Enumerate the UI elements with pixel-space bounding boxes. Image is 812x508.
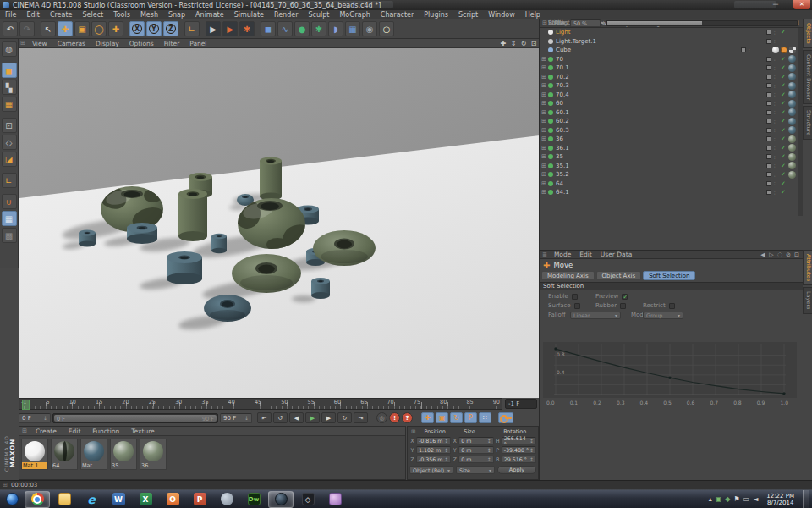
chrome-icon[interactable] [25,491,50,508]
word-icon[interactable]: W [106,491,131,508]
add-light-icon[interactable]: ○ [379,21,394,36]
viewport-canvas[interactable] [19,48,540,398]
material-preview-sphere[interactable] [25,441,45,461]
scale-tool-icon[interactable]: ▣ [74,21,90,36]
material-thumbnail[interactable] [788,100,796,108]
visibility-toggle-icon[interactable]: ∶ [774,119,779,124]
add-cube-icon[interactable]: ◼ [261,21,276,36]
visibility-toggle-icon[interactable]: ∶ [774,180,779,186]
layer-icon[interactable] [766,101,771,106]
expand-icon[interactable]: ⊞ [541,109,548,116]
texture-tag-icon[interactable] [772,47,779,53]
object-name[interactable]: Light.Target.1 [556,38,766,45]
points-mode-icon[interactable]: ⊡ [2,118,17,133]
zoom-view-icon[interactable]: ⇕ [508,40,518,47]
bead-torus-slate-bottom[interactable] [204,295,251,322]
rotation-field[interactable]: -39.488 °↕ [502,446,536,454]
material-preview-sphere[interactable] [54,441,74,461]
bead-torus-olive-right[interactable] [313,230,376,266]
previous-frame-button[interactable]: ◀ [289,412,304,423]
material-thumbnail[interactable] [788,91,796,98]
material-thumbnail[interactable] [788,162,796,169]
locked-workplane-icon[interactable]: ▩ [2,228,17,243]
object-name[interactable]: 60.2 [556,118,766,124]
object-name[interactable]: 70.4 [556,91,766,98]
visibility-toggle-icon[interactable]: ∶ [774,56,779,62]
viewport-menu-item[interactable]: Filter [159,40,185,47]
spinner-icon[interactable]: ↕ [529,438,534,444]
spinner-icon[interactable]: ↕ [487,456,491,462]
volume-icon[interactable]: ◄ [753,495,758,503]
layer-icon[interactable] [766,92,771,97]
layer-icon[interactable] [766,128,771,133]
object-row[interactable]: ⊞ 70.2 ∶ ✓ [540,73,798,82]
close-button[interactable]: ✕ [793,0,810,9]
viewport-3d[interactable] [19,48,539,398]
menu-item[interactable]: Create [45,11,78,19]
attribute-menu-item[interactable]: Edit [575,251,596,258]
range-start-field[interactable]: 0 F↕ [19,413,51,423]
show-desktop-button[interactable] [803,490,809,508]
material-thumbnail[interactable] [788,118,796,125]
add-mograph-icon[interactable]: ✱ [311,21,326,36]
object-name[interactable]: 70.3 [556,82,766,89]
object-name[interactable]: Light [556,29,766,36]
layer-icon[interactable] [766,57,771,62]
add-spline-icon[interactable]: ∿ [277,21,293,36]
layer-icon[interactable] [766,65,771,70]
manager-tab[interactable]: Objects [803,19,812,48]
menu-item[interactable]: Script [453,11,483,19]
layer-icon[interactable] [766,110,771,115]
explorer-icon[interactable] [52,491,77,508]
lock-icon[interactable]: ⊘ [784,251,793,258]
next-frame-button[interactable]: ▶ [321,412,336,423]
key-parameter-button[interactable]: P [464,412,477,423]
object-row[interactable]: ⊞ 70 ∶ ✓ [540,55,798,64]
spinner-icon[interactable]: ↕ [529,456,534,462]
visibility-toggle-icon[interactable]: ∶ [774,136,779,142]
object-row[interactable]: ⊞ 64.1 ∶ ✓ [540,188,798,197]
menu-item[interactable]: Mesh [135,11,163,19]
object-row[interactable]: ⊞ 60.1 ∶ ✓ [540,108,798,118]
update-tray-icon[interactable]: ▣ [716,495,722,503]
manager-tab[interactable]: Content Browser [803,50,812,104]
add-generator-icon[interactable]: ● [294,21,310,36]
object-row[interactable]: ⊞ 60.2 ∶ ✓ [540,117,798,126]
polygons-mode-icon[interactable]: ◪ [2,152,17,167]
object-name[interactable]: Cube [556,47,741,53]
object-row[interactable]: ⊞ 70.1 ∶ ✓ [540,64,798,73]
material-preview-sphere[interactable] [143,441,163,461]
unity-icon[interactable]: ◇ [295,491,321,508]
material-thumbnail[interactable] [763,47,771,54]
object-row[interactable]: ⊞ 70.4 ∶ ✓ [540,91,798,100]
search-icon[interactable]: ◌ [776,251,784,258]
cinema4d-icon[interactable] [268,491,294,508]
rotation-field[interactable]: 266.614 °↕ [502,437,536,444]
expand-icon[interactable]: ⊞ [541,171,548,178]
compositing-tag-icon[interactable] [789,47,796,53]
menu-item[interactable]: Character [376,11,420,19]
bead-cylinder-tall-center[interactable] [178,189,207,241]
render-enabled-icon[interactable]: ✓ [781,100,788,107]
mode-dropdown[interactable]: Group [643,312,683,319]
expand-icon[interactable]: ⊞ [541,145,548,152]
excel-icon[interactable]: X [133,491,158,508]
render-enabled-icon[interactable]: ✓ [781,29,788,36]
layer-icon[interactable] [766,181,771,186]
panel-grip-icon[interactable]: ⊞ [409,428,417,435]
material-menu-item[interactable]: Function [86,428,125,435]
range-bar[interactable] [54,415,217,422]
add-keyframe-button[interactable] [498,412,513,423]
size-field[interactable]: 0 m↕ [458,456,493,463]
attribute-side-tab[interactable]: Attributes [803,250,812,285]
visibility-toggle-icon[interactable]: ∶ [774,101,779,107]
object-name[interactable]: 35 [556,153,766,160]
layer-icon[interactable] [766,190,771,195]
expand-icon[interactable]: ⊞ [541,127,548,134]
add-deformer-icon[interactable]: ◗ [328,21,343,36]
rotate-tool-icon[interactable]: ◯ [91,21,107,36]
action-center-icon[interactable]: ⚑ [733,495,739,503]
material-thumbnail[interactable] [788,108,796,116]
render-enabled-icon[interactable]: ✓ [781,56,788,63]
object-row[interactable]: ⊞ 36 ∶ ✓ [540,135,798,144]
